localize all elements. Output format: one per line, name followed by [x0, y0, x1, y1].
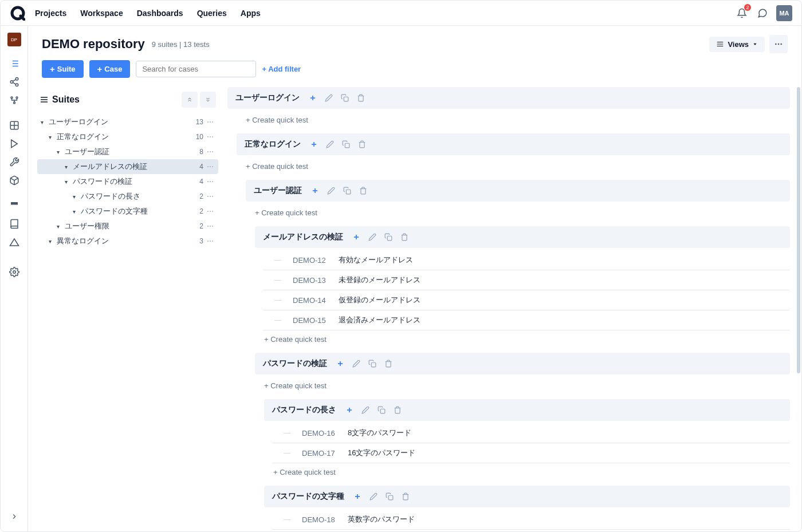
- sidebar-grid-icon[interactable]: [6, 117, 22, 133]
- create-quick-test[interactable]: + Create quick test: [227, 111, 790, 131]
- drag-handle-icon[interactable]: —: [284, 515, 290, 523]
- copy-icon[interactable]: [368, 360, 376, 368]
- delete-icon[interactable]: [400, 233, 408, 241]
- copy-icon[interactable]: [342, 140, 350, 148]
- sidebar-book-icon[interactable]: [6, 216, 22, 232]
- add-icon[interactable]: [353, 492, 361, 501]
- tree-item[interactable]: ▾パスワードの長さ2⋯: [37, 189, 218, 204]
- drag-handle-icon[interactable]: —: [274, 296, 281, 304]
- app-logo[interactable]: [10, 5, 26, 21]
- suite-header[interactable]: ユーザーログイン: [227, 87, 790, 109]
- tree-item[interactable]: ▾正常なログイン10⋯: [37, 129, 218, 144]
- copy-icon[interactable]: [343, 187, 351, 195]
- tree-item[interactable]: ▾ユーザーログイン13⋯: [37, 115, 218, 129]
- suite-header[interactable]: メールアドレスの検証: [255, 226, 790, 248]
- case-row[interactable]: —DEMO-15退会済みメールアドレス: [263, 310, 790, 330]
- case-row[interactable]: —DEMO-168文字のパスワード: [272, 423, 790, 443]
- delete-icon[interactable]: [359, 187, 367, 195]
- case-row[interactable]: —DEMO-1716文字のパスワード: [272, 443, 790, 463]
- tree-item[interactable]: ▾ユーザー権限2⋯: [37, 219, 218, 234]
- suite-header[interactable]: ユーザー認証: [246, 180, 790, 202]
- drag-handle-icon[interactable]: —: [274, 256, 281, 264]
- suite-header[interactable]: パスワードの文字種: [264, 486, 790, 507]
- create-quick-test[interactable]: + Create quick test: [264, 463, 790, 483]
- case-row[interactable]: —DEMO-18英数字のパスワード: [272, 510, 790, 530]
- nav-projects[interactable]: Projects: [35, 9, 66, 18]
- edit-icon[interactable]: [369, 492, 378, 501]
- tree-item[interactable]: ▾パスワードの検証4⋯: [37, 174, 218, 189]
- edit-icon[interactable]: [326, 140, 334, 148]
- tree-more-icon[interactable]: ⋯: [207, 118, 215, 126]
- case-button[interactable]: +Case: [89, 60, 131, 78]
- collapse-all-button[interactable]: [182, 92, 198, 108]
- delete-icon[interactable]: [402, 492, 410, 501]
- create-quick-test[interactable]: + Create quick test: [255, 330, 790, 350]
- case-row[interactable]: —DEMO-13未登録のメールアドレス: [263, 270, 790, 290]
- suite-header[interactable]: パスワードの長さ: [264, 399, 790, 421]
- nav-dashboards[interactable]: Dashboards: [137, 9, 183, 18]
- case-row[interactable]: —DEMO-14仮登録のメールアドレス: [263, 290, 790, 310]
- suite-button[interactable]: +Suite: [42, 60, 84, 78]
- tree-more-icon[interactable]: ⋯: [207, 237, 215, 245]
- add-icon[interactable]: [311, 187, 319, 195]
- copy-icon[interactable]: [386, 492, 394, 501]
- sidebar-box-icon[interactable]: [6, 172, 22, 188]
- tree-more-icon[interactable]: ⋯: [207, 148, 215, 156]
- sidebar-branch-icon[interactable]: [6, 92, 22, 108]
- add-icon[interactable]: [345, 406, 353, 414]
- tree-item[interactable]: ▾メールアドレスの検証4⋯: [37, 159, 218, 174]
- tree-item[interactable]: ▾パスワードの文字種2⋯: [37, 204, 218, 219]
- edit-icon[interactable]: [368, 233, 376, 241]
- nav-workspace[interactable]: Workspace: [80, 9, 123, 18]
- delete-icon[interactable]: [357, 94, 365, 102]
- drag-handle-icon[interactable]: —: [284, 429, 290, 437]
- edit-icon[interactable]: [327, 187, 335, 195]
- copy-icon[interactable]: [378, 406, 386, 414]
- add-icon[interactable]: [336, 360, 344, 368]
- add-icon[interactable]: [310, 140, 318, 148]
- tree-more-icon[interactable]: ⋯: [207, 133, 215, 141]
- sidebar-flag-icon[interactable]: [6, 198, 22, 214]
- edit-icon[interactable]: [325, 94, 333, 102]
- tree-item[interactable]: ▾ユーザー認証8⋯: [37, 144, 218, 159]
- delete-icon[interactable]: [394, 406, 402, 414]
- add-icon[interactable]: [309, 94, 317, 102]
- tree-item[interactable]: ▾異常なログイン3⋯: [37, 234, 218, 249]
- edit-icon[interactable]: [361, 406, 369, 414]
- tree-more-icon[interactable]: ⋯: [207, 163, 215, 171]
- nav-apps[interactable]: Apps: [241, 9, 261, 18]
- sidebar-expand-icon[interactable]: [6, 509, 22, 525]
- case-row[interactable]: —DEMO-12有効なメールアドレス: [263, 250, 790, 270]
- user-avatar[interactable]: MA: [776, 5, 792, 21]
- tree-more-icon[interactable]: ⋯: [207, 222, 215, 230]
- suite-header[interactable]: 正常なログイン: [237, 133, 790, 155]
- create-quick-test[interactable]: + Create quick test: [246, 204, 790, 224]
- delete-icon[interactable]: [358, 140, 366, 148]
- create-quick-test[interactable]: + Create quick test: [237, 157, 790, 178]
- sidebar-wrench-icon[interactable]: [6, 154, 22, 170]
- expand-all-button[interactable]: [200, 92, 216, 108]
- tree-more-icon[interactable]: ⋯: [207, 178, 215, 186]
- copy-icon[interactable]: [341, 94, 349, 102]
- edit-icon[interactable]: [352, 360, 360, 368]
- sidebar-repository-icon[interactable]: [6, 56, 22, 72]
- nav-queries[interactable]: Queries: [197, 9, 227, 18]
- sidebar-play-icon[interactable]: [6, 136, 22, 152]
- search-input[interactable]: [136, 61, 256, 77]
- add-icon[interactable]: [352, 233, 360, 241]
- tree-more-icon[interactable]: ⋯: [207, 192, 215, 200]
- notifications-button[interactable]: 2: [735, 6, 749, 20]
- more-button[interactable]: [769, 35, 788, 53]
- tree-more-icon[interactable]: ⋯: [207, 207, 215, 215]
- chat-button[interactable]: [756, 6, 769, 20]
- drag-handle-icon[interactable]: —: [274, 276, 281, 284]
- create-quick-test[interactable]: + Create quick test: [255, 377, 790, 397]
- add-filter-button[interactable]: + Add filter: [262, 65, 301, 73]
- drag-handle-icon[interactable]: —: [284, 449, 290, 457]
- project-badge[interactable]: DP: [7, 33, 21, 46]
- suite-header[interactable]: パスワードの検証: [255, 353, 790, 375]
- sidebar-settings-icon[interactable]: [6, 264, 22, 280]
- copy-icon[interactable]: [384, 233, 392, 241]
- delete-icon[interactable]: [384, 360, 392, 368]
- views-button[interactable]: Views: [709, 37, 765, 52]
